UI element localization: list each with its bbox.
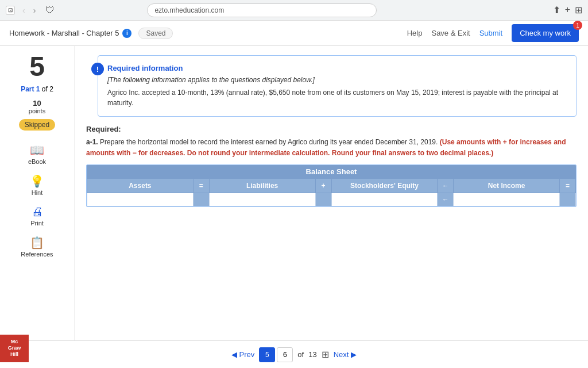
help-link[interactable]: Help bbox=[407, 29, 423, 37]
hint-label: Hint bbox=[32, 189, 43, 196]
prev-arrow: ◀ bbox=[231, 350, 237, 359]
next-arrow: ▶ bbox=[351, 350, 357, 359]
print-icon: 🖨 bbox=[32, 205, 43, 218]
page-footer: Mc Graw Hill ◀ Prev of 13 ⊞ Next ▶ bbox=[0, 340, 588, 368]
security-icon: 🛡 bbox=[45, 5, 55, 16]
left-sidebar: 5 Part 1 of 2 10 points Skipped 📖 eBook … bbox=[0, 46, 75, 340]
header-actions: Help Save & Exit Submit Check my work 1 bbox=[407, 24, 579, 42]
plus-cell bbox=[315, 193, 331, 206]
hint-tool[interactable]: 💡 Hint bbox=[14, 171, 60, 200]
net-income-input[interactable] bbox=[456, 195, 557, 204]
logo-hill: Hill bbox=[10, 351, 18, 358]
ebook-icon: 📖 bbox=[30, 143, 44, 157]
eq2-cell bbox=[560, 193, 576, 206]
check-my-work-button[interactable]: Check my work 1 bbox=[512, 24, 579, 42]
net-income-header: Net Income bbox=[454, 179, 560, 193]
required-label: Required: bbox=[86, 125, 577, 133]
assets-header: Assets bbox=[87, 179, 194, 193]
question-text: a-1. Prepare the horizontal model to rec… bbox=[86, 137, 577, 159]
equity-input-cell[interactable] bbox=[331, 193, 438, 206]
current-page-input[interactable] bbox=[259, 347, 275, 362]
eq1-cell bbox=[193, 193, 209, 206]
arrow-header: ← bbox=[438, 179, 454, 193]
info-box-title: Required information bbox=[107, 64, 567, 72]
grid-view-button[interactable]: ⊞ bbox=[322, 349, 329, 360]
footer-wrap: Mc Graw Hill ◀ Prev of 13 ⊞ Next ▶ bbox=[0, 347, 588, 362]
part-of: of 2 bbox=[42, 85, 53, 93]
points-value: 10 bbox=[29, 99, 45, 108]
forward-button[interactable]: › bbox=[30, 5, 39, 16]
part-indicator: Part 1 of 2 bbox=[21, 85, 53, 93]
app-header: Homework - Marshall - Chapter 5 i Saved … bbox=[0, 21, 588, 46]
prev-label: Prev bbox=[239, 350, 255, 359]
grid-view-icon[interactable]: ⊞ bbox=[575, 5, 582, 16]
prev-button[interactable]: ◀ Prev bbox=[231, 350, 255, 359]
net-income-input-cell[interactable] bbox=[454, 193, 560, 206]
eq2-header: = bbox=[560, 179, 576, 193]
hint-icon: 💡 bbox=[30, 174, 44, 188]
add-tab-icon[interactable]: + bbox=[565, 5, 570, 16]
info-box-body: Agrico Inc. accepted a 10-month, 13% (an… bbox=[107, 87, 567, 108]
balance-sheet-wrap: Balance Sheet Assets = Liabilities + Sto… bbox=[86, 164, 577, 207]
of-text: of bbox=[297, 350, 304, 359]
total-pages: 13 bbox=[308, 350, 316, 359]
save-exit-link[interactable]: Save & Exit bbox=[431, 29, 470, 37]
eq1-header: = bbox=[193, 179, 209, 193]
balance-sheet-table: Assets = Liabilities + Stockholders' Equ… bbox=[87, 178, 576, 206]
liabilities-header: Liabilities bbox=[209, 179, 315, 193]
required-section: Required: a-1. Prepare the horizontal mo… bbox=[86, 125, 577, 159]
points-info: 10 points bbox=[29, 99, 45, 114]
browser-actions: ⬆ + ⊞ bbox=[553, 5, 582, 16]
points-label: points bbox=[29, 108, 45, 114]
homework-title: Homework - Marshall - Chapter 5 bbox=[9, 29, 119, 37]
references-tool[interactable]: 📋 References bbox=[14, 232, 60, 261]
references-label: References bbox=[21, 251, 53, 258]
skipped-badge: Skipped bbox=[19, 119, 55, 131]
equity-input[interactable] bbox=[334, 195, 435, 204]
ebook-label: eBook bbox=[28, 158, 46, 165]
info-box: ! Required information [The following in… bbox=[98, 55, 577, 117]
back-button[interactable]: ‹ bbox=[20, 5, 28, 16]
references-icon: 📋 bbox=[30, 236, 44, 250]
footer-logo: Mc Graw Hill bbox=[0, 335, 29, 362]
assets-input-cell[interactable] bbox=[87, 193, 194, 206]
balance-sheet-header: Balance Sheet bbox=[87, 165, 576, 178]
equity-header: Stockholders' Equity bbox=[331, 179, 438, 193]
sidebar-tools: 📖 eBook 💡 Hint 🖨 Print 📋 References bbox=[14, 140, 60, 261]
question-label: a-1. bbox=[86, 138, 98, 146]
table-row: ← bbox=[87, 193, 576, 206]
question-number: 5 bbox=[29, 53, 45, 80]
url-text: ezto.mheducation.com bbox=[154, 6, 224, 14]
plus-header: + bbox=[315, 179, 331, 193]
assets-input[interactable] bbox=[90, 195, 191, 204]
share-icon[interactable]: ⬆ bbox=[553, 5, 560, 16]
window-control[interactable]: ⊡ bbox=[6, 6, 15, 15]
content-area: ! Required information [The following in… bbox=[75, 46, 588, 340]
logo-graw: Graw bbox=[8, 345, 21, 351]
arrow-cell: ← bbox=[438, 193, 454, 206]
next-page-input[interactable] bbox=[277, 347, 293, 362]
info-icon[interactable]: i bbox=[122, 29, 131, 38]
url-bar[interactable]: ezto.mheducation.com bbox=[147, 3, 377, 17]
next-label: Next bbox=[334, 350, 349, 359]
badge-count: 1 bbox=[573, 21, 582, 30]
print-label: Print bbox=[30, 220, 44, 227]
info-box-italic: [The following information applies to th… bbox=[107, 76, 567, 84]
main-layout: 5 Part 1 of 2 10 points Skipped 📖 eBook … bbox=[0, 46, 588, 340]
liabilities-input[interactable] bbox=[212, 195, 313, 204]
info-box-icon: ! bbox=[91, 63, 104, 75]
part-label: Part 1 bbox=[21, 85, 40, 93]
app-title-area: Homework - Marshall - Chapter 5 i bbox=[9, 29, 131, 38]
liabilities-input-cell[interactable] bbox=[209, 193, 315, 206]
page-input-wrap bbox=[259, 347, 293, 362]
print-tool[interactable]: 🖨 Print bbox=[14, 202, 60, 230]
pagination-area: ◀ Prev of 13 ⊞ Next ▶ bbox=[231, 347, 357, 362]
saved-badge: Saved bbox=[138, 28, 173, 39]
browser-chrome: ⊡ ‹ › 🛡 ezto.mheducation.com ⬆ + ⊞ bbox=[0, 0, 588, 21]
next-button[interactable]: Next ▶ bbox=[334, 350, 357, 359]
logo-mc: Mc bbox=[11, 339, 18, 345]
submit-link[interactable]: Submit bbox=[479, 29, 502, 37]
ebook-tool[interactable]: 📖 eBook bbox=[14, 140, 60, 168]
question-body: Prepare the horizontal model to record t… bbox=[100, 138, 438, 146]
